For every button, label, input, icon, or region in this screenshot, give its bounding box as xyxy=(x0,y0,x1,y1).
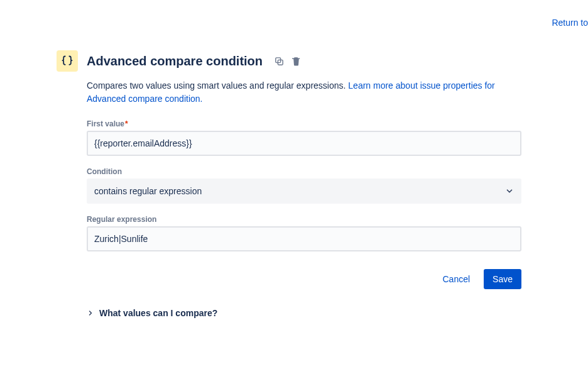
panel-description: Compares two values using smart values a… xyxy=(87,79,521,106)
title-actions xyxy=(273,55,303,68)
condition-form: First value* Condition contains regular … xyxy=(87,119,521,289)
required-indicator: * xyxy=(125,119,128,128)
panel-header: Advanced compare condition xyxy=(57,50,521,72)
description-text: Compares two values using smart values a… xyxy=(87,80,348,91)
save-button[interactable]: Save xyxy=(484,269,521,289)
condition-panel: Advanced compare condition Compares two … xyxy=(57,50,521,318)
first-value-label-text: First value xyxy=(87,119,124,128)
form-actions: Cancel Save xyxy=(87,269,521,289)
regex-input[interactable] xyxy=(87,226,521,251)
condition-select-wrap: contains regular expression xyxy=(87,179,521,204)
braces-icon xyxy=(57,50,78,72)
chevron-right-icon xyxy=(87,309,94,317)
condition-label: Condition xyxy=(87,167,521,176)
first-value-group: First value* xyxy=(87,119,521,156)
condition-group: Condition contains regular expression xyxy=(87,167,521,204)
delete-button[interactable] xyxy=(290,55,303,68)
return-link[interactable]: Return to xyxy=(552,18,588,28)
regex-group: Regular expression xyxy=(87,215,521,251)
first-value-input[interactable] xyxy=(87,131,521,156)
disclosure-label: What values can I compare? xyxy=(99,308,217,318)
condition-selected-value: contains regular expression xyxy=(94,186,202,196)
cancel-button[interactable]: Cancel xyxy=(433,269,479,289)
first-value-label: First value* xyxy=(87,119,521,128)
condition-select[interactable]: contains regular expression xyxy=(87,179,521,204)
copy-button[interactable] xyxy=(273,55,286,68)
values-disclosure[interactable]: What values can I compare? xyxy=(87,308,521,318)
regex-label: Regular expression xyxy=(87,215,521,224)
panel-title: Advanced compare condition xyxy=(87,54,263,69)
